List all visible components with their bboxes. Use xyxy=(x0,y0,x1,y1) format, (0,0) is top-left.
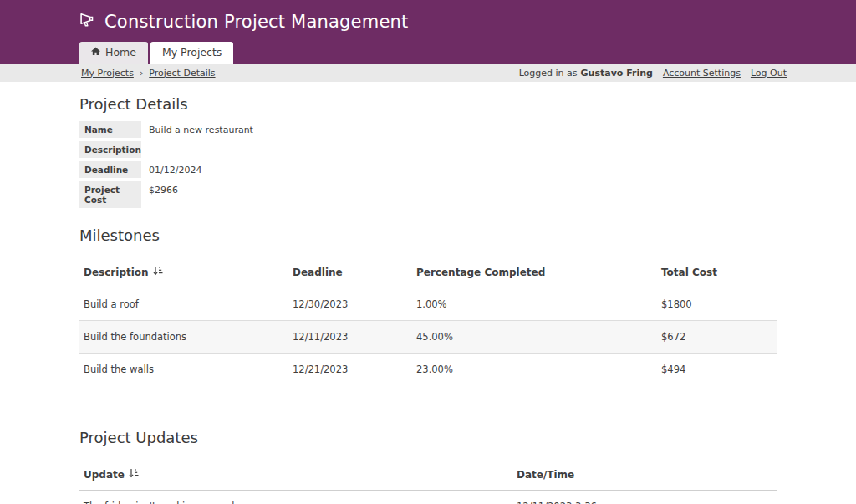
logged-in-text: Logged in as xyxy=(519,68,578,79)
tab-label: My Projects xyxy=(162,46,222,59)
brand: Construction Project Management xyxy=(0,0,856,32)
detail-label-name: Name xyxy=(79,121,141,138)
table-cell: 12/11/2023 xyxy=(288,321,412,354)
table-row: Build the foundations12/11/202345.00%$67… xyxy=(79,321,777,354)
tab-bar: Home My Projects xyxy=(79,42,233,64)
project-details-section: Project Details Name Build a new restaur… xyxy=(79,95,777,208)
table-cell: $494 xyxy=(657,354,777,386)
app-header: Construction Project Management Home My … xyxy=(0,0,856,64)
table-cell: $1800 xyxy=(657,288,777,321)
breadcrumb-link-my-projects[interactable]: My Projects xyxy=(81,68,134,79)
table-cell: 1.00% xyxy=(412,288,657,321)
utility-bar: My Projects › Project Details Logged in … xyxy=(0,64,856,82)
logout-link[interactable]: Log Out xyxy=(751,68,787,79)
table-row: Build a roof12/30/20231.00%$1800 xyxy=(79,288,777,321)
column-header-label: Deadline xyxy=(293,267,343,278)
milestones-section: Milestones Description xyxy=(79,227,777,385)
table-row: The fridge isn't working properly12/11/2… xyxy=(79,491,777,504)
table-cell: Build the foundations xyxy=(79,321,288,354)
table-cell: 12/30/2023 xyxy=(288,288,412,321)
table-header-row: Description xyxy=(79,252,777,288)
column-header-deadline: Deadline xyxy=(288,252,412,288)
column-header-label: Total Cost xyxy=(661,267,717,278)
table-row: Build the walls12/21/202323.00%$494 xyxy=(79,354,777,386)
column-header-description[interactable]: Description xyxy=(79,252,288,288)
updates-table: Update xyxy=(79,455,777,504)
app-title: Construction Project Management xyxy=(104,12,408,32)
column-header-label: Update xyxy=(84,469,125,481)
column-header-date-time: Date/Time xyxy=(512,455,777,491)
column-header-label: Percentage Completed xyxy=(416,267,545,278)
page-title: Project Details xyxy=(79,95,777,113)
detail-label-description: Description xyxy=(79,141,141,158)
session-separator: - xyxy=(656,68,660,79)
main-content: Project Details Name Build a new restaur… xyxy=(79,82,777,504)
tab-home[interactable]: Home xyxy=(79,42,148,64)
table-cell: Build a roof xyxy=(79,288,288,321)
table-header-row: Update xyxy=(79,455,777,491)
megaphone-icon xyxy=(79,11,97,32)
detail-row: Description xyxy=(79,141,777,158)
detail-row: Project Cost $2966 xyxy=(79,181,777,208)
breadcrumb-separator: › xyxy=(140,68,143,79)
home-icon xyxy=(91,46,100,59)
detail-value-name: Build a new restaurant xyxy=(149,121,253,135)
session-separator: - xyxy=(744,68,747,79)
account-settings-link[interactable]: Account Settings xyxy=(663,68,741,79)
section-title-milestones: Milestones xyxy=(79,227,777,244)
detail-row: Deadline 01/12/2024 xyxy=(79,161,777,178)
detail-row: Name Build a new restaurant xyxy=(79,121,777,138)
detail-label-project-cost: Project Cost xyxy=(79,181,141,208)
sort-icon xyxy=(153,266,163,278)
detail-value-deadline: 01/12/2024 xyxy=(149,161,201,176)
detail-value-project-cost: $2966 xyxy=(149,181,178,196)
session-info: Logged in as Gustavo Fring - Account Set… xyxy=(519,68,787,79)
section-title-project-updates: Project Updates xyxy=(79,429,777,446)
table-cell: 45.00% xyxy=(412,321,657,354)
column-header-label: Date/Time xyxy=(517,469,574,481)
table-cell: 23.00% xyxy=(412,354,657,386)
detail-label-deadline: Deadline xyxy=(79,161,141,178)
table-cell: The fridge isn't working properly xyxy=(79,491,512,504)
table-cell: 12/21/2023 xyxy=(288,354,412,386)
breadcrumb: My Projects › Project Details xyxy=(81,68,216,79)
milestones-table: Description xyxy=(79,252,777,385)
column-header-update[interactable]: Update xyxy=(79,455,512,491)
user-name: Gustavo Fring xyxy=(581,68,653,79)
sort-icon xyxy=(129,468,139,481)
tab-my-projects[interactable]: My Projects xyxy=(150,42,233,64)
project-updates-section: Project Updates Update xyxy=(79,429,777,504)
table-cell: 12/11/2023 3:36pm xyxy=(512,491,777,504)
column-header-total-cost: Total Cost xyxy=(657,252,777,288)
column-header-label: Description xyxy=(84,267,149,278)
details-list: Name Build a new restaurant Description … xyxy=(79,121,777,208)
table-cell: $672 xyxy=(657,321,777,354)
column-header-percentage-completed: Percentage Completed xyxy=(412,252,657,288)
table-cell: Build the walls xyxy=(79,354,288,386)
breadcrumb-link-project-details[interactable]: Project Details xyxy=(149,68,215,79)
tab-label: Home xyxy=(105,46,136,59)
